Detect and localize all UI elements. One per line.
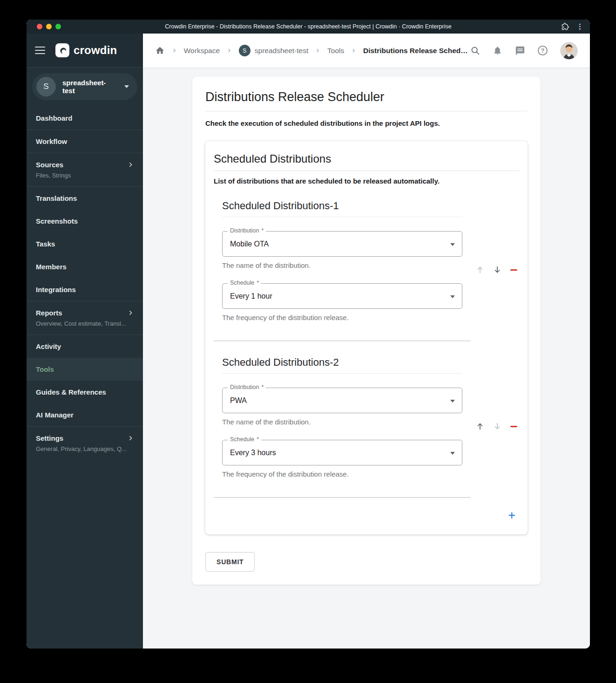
- desktop-background: Crowdin Enterprise - Distributions Relea…: [0, 0, 616, 683]
- distribution-field: Distribution * Mobile OTA The name of th…: [222, 231, 462, 269]
- content-area: Distributions Release Scheduler Check th…: [143, 68, 590, 649]
- home-icon[interactable]: [155, 46, 165, 55]
- remove-item-icon[interactable]: [510, 269, 517, 271]
- help-icon[interactable]: ?: [538, 46, 548, 55]
- page-subtitle: Check the execution of scheduled distrib…: [205, 119, 528, 127]
- sidebar-item-settings[interactable]: Settings General, Privacy, Languages, Q.…: [27, 427, 143, 460]
- sidebar-item-reports[interactable]: Reports Overview, Cost estimate, Transl.…: [27, 301, 143, 335]
- maximize-window-button[interactable]: [55, 24, 61, 29]
- breadcrumb-separator-icon: [172, 48, 177, 53]
- field-label: Schedule: [230, 436, 254, 443]
- group-1-actions: [476, 266, 517, 274]
- scheduled-distributions-panel: Scheduled Distributions List of distribu…: [205, 141, 528, 534]
- field-label: Distribution: [230, 384, 259, 390]
- sidebar-item-ai-manager[interactable]: AI Manager: [27, 403, 143, 426]
- helper-text: The name of the distribution.: [222, 261, 462, 269]
- extensions-icon[interactable]: [562, 23, 569, 30]
- schedule-field: Schedule * Every 1 hour The frequency of…: [222, 283, 462, 321]
- sidebar-item-tools[interactable]: Tools: [27, 358, 143, 381]
- submit-button[interactable]: SUBMIT: [205, 552, 255, 572]
- helper-text: The frequency of the distribution releas…: [222, 470, 462, 478]
- distribution-select[interactable]: Distribution * PWA: [222, 388, 462, 413]
- sidebar-item-dashboard[interactable]: Dashboard: [27, 107, 143, 130]
- add-item-icon[interactable]: +: [508, 511, 515, 519]
- required-mark: *: [262, 227, 264, 234]
- sidebar-nav: Dashboard Workflow Sources Files, String…: [27, 106, 143, 649]
- group-title: Scheduled Distributions-2: [222, 356, 462, 374]
- distribution-group-2: Scheduled Distributions-2 Distribution *…: [222, 356, 519, 478]
- dropdown-caret-icon: [450, 243, 455, 246]
- crowdin-logo[interactable]: crowdin: [55, 43, 117, 57]
- chevron-down-icon: [124, 85, 129, 88]
- user-avatar[interactable]: [560, 42, 578, 60]
- distribution-group-1: Scheduled Distributions-1 Distribution *…: [222, 200, 519, 321]
- remove-item-icon[interactable]: [510, 426, 517, 427]
- chevron-right-icon: [128, 310, 134, 316]
- field-label: Schedule: [230, 280, 254, 286]
- project-name: spreadsheet-test: [62, 79, 118, 95]
- helper-text: The frequency of the distribution releas…: [222, 314, 462, 321]
- traffic-lights: [37, 24, 61, 29]
- panel-subtitle: List of distributions that are scheduled…: [214, 177, 519, 185]
- tab-title: Crowdin Enterprise - Distributions Relea…: [27, 23, 590, 30]
- move-down-icon[interactable]: [493, 422, 501, 430]
- notifications-bell-icon[interactable]: [493, 46, 502, 55]
- group-divider: [214, 497, 471, 498]
- minimize-window-button[interactable]: [46, 24, 52, 29]
- group-2-actions: [476, 422, 517, 430]
- dropdown-caret-icon: [450, 400, 455, 403]
- breadcrumb-current-page: Distributions Release Schedul...: [363, 47, 470, 55]
- page-card: Distributions Release Scheduler Check th…: [192, 77, 541, 585]
- schedule-select[interactable]: Schedule * Every 1 hour: [222, 283, 462, 309]
- sidebar-item-activity[interactable]: Activity: [27, 335, 143, 358]
- helper-text: The name of the distribution.: [222, 418, 462, 426]
- search-icon[interactable]: [470, 46, 480, 55]
- project-avatar: S: [239, 45, 250, 56]
- sidebar-item-tasks[interactable]: Tasks: [27, 232, 143, 255]
- sidebar-item-guides-references[interactable]: Guides & References: [27, 381, 143, 403]
- breadcrumb-bar: Workspace S spreadsheet-test Tools Distr…: [143, 34, 590, 68]
- dropdown-caret-icon: [450, 295, 455, 298]
- breadcrumb: Workspace S spreadsheet-test Tools Distr…: [155, 45, 470, 56]
- breadcrumb-workspace[interactable]: Workspace: [184, 47, 220, 55]
- project-avatar: S: [36, 77, 56, 96]
- required-mark: *: [262, 384, 264, 390]
- sidebar-item-workflow[interactable]: Workflow: [27, 130, 143, 153]
- sidebar-item-translations[interactable]: Translations: [27, 187, 143, 210]
- sidebar-header: crowdin: [27, 34, 143, 68]
- field-label: Distribution: [230, 227, 259, 234]
- move-up-icon[interactable]: [476, 422, 484, 430]
- schedule-field: Schedule * Every 3 hours The frequency o…: [222, 440, 462, 478]
- breadcrumb-separator-icon: [351, 48, 356, 53]
- breadcrumb-project[interactable]: S spreadsheet-test: [239, 45, 308, 56]
- project-selector[interactable]: S spreadsheet-test: [32, 73, 137, 100]
- crowdin-wordmark: crowdin: [74, 44, 117, 57]
- distribution-field: Distribution * PWA The name of the distr…: [222, 388, 462, 426]
- required-mark: *: [257, 280, 259, 286]
- selected-value: Every 1 hour: [230, 292, 272, 301]
- selected-value: Mobile OTA: [230, 240, 269, 248]
- move-down-icon[interactable]: [493, 266, 501, 274]
- breadcrumb-separator-icon: [227, 48, 232, 53]
- chat-icon[interactable]: [515, 46, 525, 56]
- sidebar-item-members[interactable]: Members: [27, 255, 143, 278]
- sidebar-item-sources[interactable]: Sources Files, Strings: [27, 153, 143, 186]
- schedule-select[interactable]: Schedule * Every 3 hours: [222, 440, 462, 465]
- breadcrumb-tools[interactable]: Tools: [327, 47, 344, 55]
- browser-menu-icon[interactable]: ⋮: [576, 22, 583, 31]
- move-up-icon[interactable]: [476, 266, 484, 274]
- close-window-button[interactable]: [37, 24, 42, 29]
- required-mark: *: [257, 436, 259, 443]
- selected-value: PWA: [230, 396, 247, 405]
- group-divider: [214, 341, 471, 342]
- chevron-right-icon: [128, 162, 134, 168]
- browser-titlebar: Crowdin Enterprise - Distributions Relea…: [27, 20, 590, 34]
- sidebar-item-screenshots[interactable]: Screenshots: [27, 210, 143, 232]
- chevron-right-icon: [128, 435, 134, 441]
- sidebar-item-integrations[interactable]: Integrations: [27, 278, 143, 301]
- group-title: Scheduled Distributions-1: [222, 200, 462, 217]
- sidebar: crowdin S spreadsheet-test Dashboard Wor…: [27, 34, 143, 649]
- browser-window: Crowdin Enterprise - Distributions Relea…: [27, 20, 590, 649]
- hamburger-menu-icon[interactable]: [35, 47, 45, 54]
- distribution-select[interactable]: Distribution * Mobile OTA: [222, 231, 462, 257]
